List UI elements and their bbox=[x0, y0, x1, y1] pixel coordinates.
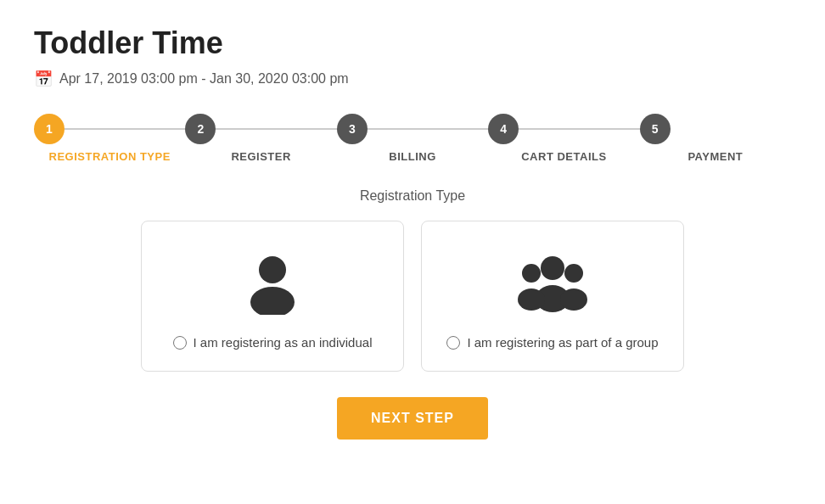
individual-label-text: I am registering as an individual bbox=[194, 335, 373, 350]
date-range-text: Apr 17, 2019 03:00 pm - Jan 30, 2020 03:… bbox=[59, 71, 349, 87]
svg-point-2 bbox=[541, 256, 564, 280]
button-row: NEXT STEP bbox=[34, 397, 791, 440]
svg-point-0 bbox=[259, 256, 286, 283]
step-2-label: REGISTER bbox=[231, 150, 290, 163]
step-1-label: REGISTRATION TYPE bbox=[49, 150, 171, 163]
svg-point-6 bbox=[564, 264, 583, 283]
svg-point-5 bbox=[518, 288, 545, 311]
step-5: 5 PAYMENT bbox=[640, 114, 791, 163]
date-range-row: 📅 Apr 17, 2019 03:00 pm - Jan 30, 2020 0… bbox=[34, 70, 791, 88]
step-3: 3 BILLING bbox=[337, 114, 488, 163]
step-2-circle: 2 bbox=[185, 114, 216, 144]
stepper: 1 REGISTRATION TYPE 2 REGISTER 3 BILLING… bbox=[34, 114, 791, 163]
step-2-line bbox=[216, 128, 336, 130]
step-3-circle: 3 bbox=[337, 114, 368, 144]
svg-point-1 bbox=[250, 287, 295, 315]
option-individual[interactable]: I am registering as an individual bbox=[141, 221, 404, 372]
step-1-line bbox=[65, 128, 185, 130]
page-title: Toddler Time bbox=[34, 25, 791, 61]
group-label-text: I am registering as part of a group bbox=[467, 335, 658, 350]
step-3-label: BILLING bbox=[389, 150, 436, 163]
step-4-line bbox=[519, 128, 639, 130]
next-step-button[interactable]: NEXT STEP bbox=[337, 397, 488, 440]
step-4-label: CART DETAILS bbox=[521, 150, 606, 163]
step-1-circle: 1 bbox=[34, 114, 65, 144]
step-5-circle: 5 bbox=[640, 114, 671, 144]
option-group[interactable]: I am registering as part of a group bbox=[421, 221, 684, 372]
step-1: 1 REGISTRATION TYPE bbox=[34, 114, 185, 163]
individual-option-label[interactable]: I am registering as an individual bbox=[173, 335, 373, 350]
step-4-circle: 4 bbox=[488, 114, 519, 144]
individual-radio[interactable] bbox=[173, 336, 187, 350]
individual-icon bbox=[243, 251, 302, 318]
calendar-icon: 📅 bbox=[34, 70, 53, 88]
registration-options: I am registering as an individual I am r… bbox=[34, 221, 791, 372]
step-5-label: PAYMENT bbox=[688, 150, 743, 163]
group-radio[interactable] bbox=[446, 336, 460, 350]
step-2: 2 REGISTER bbox=[185, 114, 336, 163]
step-4: 4 CART DETAILS bbox=[488, 114, 639, 163]
svg-point-4 bbox=[522, 264, 541, 283]
registration-type-title: Registration Type bbox=[34, 188, 791, 204]
group-option-label[interactable]: I am registering as part of a group bbox=[446, 335, 658, 350]
step-3-line bbox=[368, 128, 488, 130]
svg-point-7 bbox=[560, 288, 587, 311]
group-icon bbox=[514, 251, 591, 318]
